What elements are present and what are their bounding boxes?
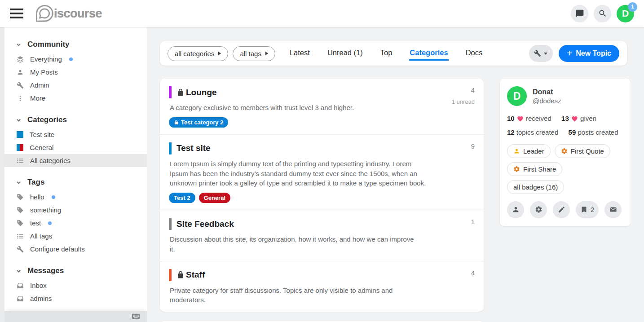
admin-wrench-dropdown[interactable] bbox=[529, 45, 553, 62]
sidebar-footer bbox=[4, 311, 147, 322]
badge-first-quote[interactable]: First Quote bbox=[555, 144, 610, 158]
drafts-button[interactable] bbox=[553, 201, 570, 218]
tag-icon bbox=[17, 194, 24, 201]
badge-first-share[interactable]: First Share bbox=[507, 162, 562, 176]
sidebar-item-test-site[interactable]: Test site bbox=[4, 128, 147, 141]
likes-received-label: received bbox=[526, 115, 551, 122]
discourse-logo[interactable]: iscourse bbox=[35, 4, 102, 23]
list-icon bbox=[17, 157, 24, 164]
inbox-icon bbox=[17, 295, 24, 302]
rosette-icon bbox=[561, 148, 568, 154]
subcategory-badge[interactable]: Test 2 bbox=[169, 193, 195, 203]
lock-icon bbox=[176, 88, 185, 97]
tab-unread[interactable]: Unread (1) bbox=[327, 46, 363, 61]
category-name[interactable]: Lounge bbox=[186, 88, 217, 97]
subcategory-badge[interactable]: Test category 2 bbox=[169, 117, 228, 128]
tab-top[interactable]: Top bbox=[380, 46, 393, 61]
sidebar: Community Everything My Posts Admin More… bbox=[4, 27, 147, 322]
section-title: Categories bbox=[27, 115, 67, 124]
sidebar-item-tag-something[interactable]: something bbox=[4, 203, 147, 216]
sidebar-item-label: admins bbox=[30, 295, 52, 302]
sidebar-section-header-tags[interactable]: Tags bbox=[4, 176, 147, 190]
category-name[interactable]: Site Feedback bbox=[176, 219, 234, 229]
tag-filter-dropdown[interactable]: all tags bbox=[233, 46, 275, 61]
subcategory-badge[interactable]: General bbox=[199, 193, 230, 203]
sidebar-item-tag-test[interactable]: test bbox=[4, 216, 147, 229]
sidebar-item-label: Inbox bbox=[30, 282, 47, 289]
badge-label: all badges (16) bbox=[513, 183, 558, 191]
section-title: Tags bbox=[27, 178, 44, 187]
sidebar-item-label: Test site bbox=[30, 131, 54, 138]
tab-latest[interactable]: Latest bbox=[289, 46, 310, 61]
sidebar-section-header-messages[interactable]: Messages bbox=[4, 265, 147, 279]
sidebar-item-all-categories[interactable]: All categories bbox=[4, 154, 147, 167]
category-swatch bbox=[17, 131, 23, 138]
notification-badge[interactable]: 1 bbox=[628, 2, 637, 12]
sidebar-item-configure-defaults[interactable]: Configure defaults bbox=[4, 243, 147, 256]
wrench-icon bbox=[534, 50, 541, 57]
sidebar-item-inbox[interactable]: Inbox bbox=[4, 279, 147, 292]
category-row-staff[interactable]: Staff 4 Private category for staff discu… bbox=[160, 261, 484, 312]
messages-button[interactable] bbox=[604, 201, 622, 218]
sidebar-item-label: Configure defaults bbox=[30, 245, 85, 253]
category-row-test-site[interactable]: Test site 9 Lorem Ipsum is simply dummy … bbox=[160, 135, 484, 210]
sidebar-item-everything[interactable]: Everything bbox=[4, 53, 147, 66]
sidebar-section-header-community[interactable]: Community bbox=[4, 38, 147, 53]
likes-given-value: 13 bbox=[561, 115, 569, 122]
user-icon bbox=[512, 206, 520, 213]
sidebar-item-tag-hello[interactable]: hello bbox=[4, 190, 147, 203]
unread-count[interactable]: 1 unread bbox=[452, 98, 475, 105]
sidebar-item-label: test bbox=[30, 219, 41, 227]
sidebar-item-all-tags[interactable]: All tags bbox=[4, 229, 147, 243]
sidebar-item-more[interactable]: More bbox=[4, 92, 147, 105]
layers-icon bbox=[17, 56, 24, 63]
topic-count: 4 bbox=[471, 86, 475, 94]
new-topic-label: New Topic bbox=[576, 49, 611, 57]
category-name[interactable]: Staff bbox=[186, 270, 205, 280]
sidebar-item-general[interactable]: General bbox=[4, 141, 147, 154]
user-avatar-button[interactable]: D 1 bbox=[617, 5, 634, 22]
list-icon bbox=[17, 233, 24, 240]
sidebar-section-community: Community Everything My Posts Admin More bbox=[4, 38, 147, 105]
tag-icon bbox=[17, 207, 24, 214]
inbox-icon bbox=[17, 282, 24, 289]
sidebar-item-label: All categories bbox=[30, 157, 71, 164]
search-button[interactable] bbox=[594, 5, 611, 22]
new-topic-button[interactable]: + New Topic bbox=[559, 45, 619, 62]
lock-icon bbox=[176, 271, 185, 279]
badge-label: Test 2 bbox=[174, 194, 190, 201]
sidebar-item-admin[interactable]: Admin bbox=[4, 79, 147, 92]
user-card-actions: 2 bbox=[507, 201, 623, 218]
likes-stats-line: 10 received 13 given bbox=[507, 112, 623, 126]
user-card-avatar[interactable]: D bbox=[507, 86, 527, 106]
tag-icon bbox=[17, 220, 24, 227]
tab-docs[interactable]: Docs bbox=[465, 46, 483, 61]
chevron-down-icon bbox=[16, 118, 21, 123]
lock-icon bbox=[174, 120, 179, 125]
sidebar-section-header-categories[interactable]: Categories bbox=[4, 114, 147, 128]
created-stats-line: 12 topics created 59 posts created bbox=[507, 126, 623, 140]
category-color-bar bbox=[169, 142, 172, 154]
bookmarks-button[interactable]: 2 bbox=[576, 201, 599, 218]
sidebar-item-my-posts[interactable]: My Posts bbox=[4, 66, 147, 79]
badge-all-badges[interactable]: all badges (16) bbox=[507, 180, 564, 194]
category-name[interactable]: Test site bbox=[176, 143, 211, 153]
wrench-icon bbox=[17, 246, 24, 253]
sidebar-section-tags: Tags hello something test All tags Confi… bbox=[4, 176, 147, 256]
user-profile-button[interactable] bbox=[507, 201, 524, 218]
tab-categories[interactable]: Categories bbox=[409, 46, 448, 61]
category-row-site-feedback[interactable]: Site Feedback 1 Discussion about this si… bbox=[160, 210, 484, 261]
category-filter-dropdown[interactable]: all categories bbox=[168, 46, 228, 61]
preferences-button[interactable] bbox=[530, 201, 547, 218]
topic-count: 9 bbox=[471, 142, 475, 150]
hamburger-menu-icon[interactable] bbox=[10, 9, 23, 18]
badge-label: Test category 2 bbox=[181, 119, 223, 126]
chat-button[interactable] bbox=[571, 5, 588, 22]
sidebar-item-label: My Posts bbox=[30, 68, 58, 76]
badge-leader[interactable]: Leader bbox=[507, 144, 551, 158]
category-row-lounge[interactable]: Lounge 4 1 unread A category exclusive t… bbox=[160, 79, 484, 135]
user-username: @dodesz bbox=[533, 97, 561, 105]
keyboard-icon[interactable] bbox=[132, 313, 140, 319]
sidebar-item-admins[interactable]: admins bbox=[4, 292, 147, 305]
envelope-icon bbox=[609, 206, 617, 213]
